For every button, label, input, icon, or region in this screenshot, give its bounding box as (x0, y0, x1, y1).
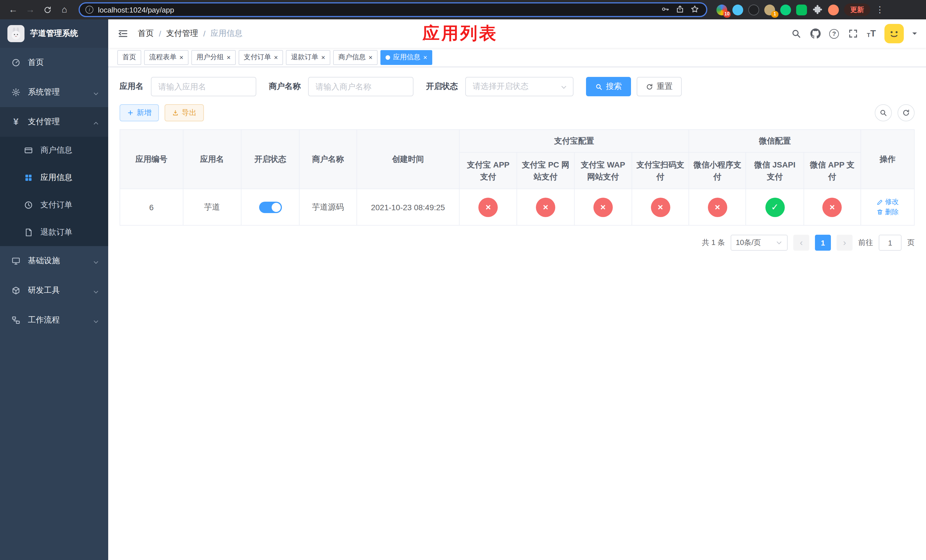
site-info-icon[interactable]: i (85, 6, 94, 14)
address-bar[interactable]: i localhost:1024/pay/app (79, 2, 707, 17)
close-icon[interactable]: × (423, 54, 427, 61)
goto-page-input[interactable] (879, 235, 902, 251)
prev-page-button[interactable]: ‹ (793, 235, 809, 251)
pay-order-icon (24, 201, 33, 210)
bookmark-star-icon[interactable] (690, 5, 701, 15)
add-button[interactable]: 新增 (120, 104, 159, 121)
sidebar-toggle-icon[interactable] (117, 28, 129, 39)
back-button[interactable]: ← (6, 2, 21, 17)
browser-menu-icon[interactable]: ⋮ (875, 5, 884, 15)
share-icon[interactable] (675, 5, 686, 15)
extension-dark-circle-icon[interactable] (748, 4, 759, 15)
tab-home[interactable]: 首页 (117, 50, 141, 65)
export-button[interactable]: 导出 (165, 104, 204, 121)
sidebar-item-merchant-info[interactable]: 商户信息 (0, 137, 108, 164)
tab-merchant-info[interactable]: 商户信息 × (333, 50, 378, 65)
browser-window: ← → ⌂ i localhost:1024/pay/app 10 (0, 0, 926, 560)
close-icon[interactable]: × (368, 54, 372, 61)
search-button-label: 搜索 (606, 82, 622, 92)
refresh-table-icon-button[interactable] (897, 104, 915, 121)
cell-alipay-app: × (459, 189, 517, 225)
next-page-button[interactable]: › (837, 235, 853, 251)
sidebar-item-devtools[interactable]: 研发工具 (0, 276, 108, 305)
tab-label: 用户分组 (197, 52, 224, 62)
extension-profile-icon[interactable]: 1 (764, 4, 775, 15)
close-icon[interactable]: × (321, 54, 325, 61)
sidebar: 芋道管理系统 首页 系统管理 ¥ 支付管理 (0, 20, 108, 560)
extension-colorful-icon[interactable]: 10 (716, 4, 727, 15)
extension-blue-drop-icon[interactable] (732, 4, 743, 15)
cell-merchant: 芋道源码 (300, 189, 357, 225)
sidebar-item-payment[interactable]: ¥ 支付管理 (0, 107, 108, 137)
navbar-actions: ? TT (790, 24, 917, 43)
reload-button[interactable] (40, 2, 54, 17)
fullscreen-icon[interactable] (847, 28, 858, 39)
delete-link[interactable]: 删除 (876, 207, 899, 217)
avatar-caret-icon[interactable] (912, 32, 917, 37)
sidebar-item-infra[interactable]: 基础设施 (0, 246, 108, 276)
forward-button[interactable]: → (23, 2, 38, 17)
tab-user-group[interactable]: 用户分组 × (191, 50, 236, 65)
wx-app-status-icon: × (823, 197, 842, 217)
home-button[interactable]: ⌂ (57, 2, 72, 17)
browser-toolbar: ← → ⌂ i localhost:1024/pay/app 10 (0, 0, 926, 20)
alipay-app-status-icon: × (479, 197, 498, 217)
search-button[interactable]: 搜索 (586, 77, 631, 96)
close-icon[interactable]: × (274, 54, 278, 61)
extension-green-chat-icon[interactable] (796, 4, 807, 15)
password-key-icon[interactable] (661, 5, 671, 15)
breadcrumb-payment[interactable]: 支付管理 (166, 29, 198, 39)
yen-icon: ¥ (11, 117, 21, 127)
merchant-name-input[interactable] (308, 77, 413, 96)
payment-submenu: 商户信息 应用信息 支付订单 退款订单 (0, 137, 108, 246)
reset-button[interactable]: 重置 (637, 77, 682, 96)
search-form: 应用名 商户名称 开启状态 请选择开启状态 (120, 77, 915, 96)
status-select[interactable]: 请选择开启状态 (465, 77, 573, 96)
cell-app-name: 芋道 (183, 189, 241, 225)
user-avatar[interactable] (884, 24, 904, 43)
active-dot (386, 55, 390, 59)
chevron-up-icon (93, 119, 99, 125)
column-header-wx-app: 微信 APP 支付 (803, 152, 861, 189)
toggle-search-icon-button[interactable] (875, 104, 892, 121)
close-icon[interactable]: × (227, 54, 231, 61)
browser-profile-avatar[interactable] (828, 4, 839, 15)
tab-process-form[interactable]: 流程表单 × (144, 50, 189, 65)
search-icon[interactable] (790, 28, 801, 39)
table-toolbar: 新增 导出 (120, 104, 915, 121)
sidebar-item-refund-order[interactable]: 退款订单 (0, 219, 108, 246)
group-header-alipay: 支付宝配置 (459, 130, 689, 152)
cell-create-time: 2021-10-23 08:49:25 (357, 189, 459, 225)
app-name-input[interactable] (151, 77, 256, 96)
current-page-button[interactable]: 1 (815, 235, 831, 251)
sidebar-item-app-info[interactable]: 应用信息 (0, 164, 108, 191)
page-size-value: 10条/页 (736, 238, 761, 248)
page-size-select[interactable]: 10条/页 (731, 235, 788, 251)
tab-refund-order[interactable]: 退款订单 × (286, 50, 330, 65)
column-header-wx-mini: 微信小程序支付 (689, 152, 746, 189)
table-mini-actions (875, 104, 915, 121)
merchant-name-label: 商户名称 (269, 82, 301, 92)
breadcrumb-home[interactable]: 首页 (138, 29, 154, 39)
export-button-label: 导出 (182, 107, 197, 118)
chevron-down-icon (560, 83, 567, 90)
sidebar-item-system[interactable]: 系统管理 (0, 77, 108, 107)
cell-alipay-pc: × (517, 189, 574, 225)
font-size-icon[interactable]: TT (867, 29, 876, 38)
breadcrumb-separator: / (203, 29, 206, 38)
edit-link[interactable]: 修改 (876, 197, 899, 207)
help-icon[interactable]: ? (829, 29, 839, 38)
tab-pay-order[interactable]: 支付订单 × (239, 50, 283, 65)
sidebar-item-workflow[interactable]: 工作流程 (0, 305, 108, 335)
extensions-puzzle-icon[interactable] (812, 4, 823, 15)
chrome-update-button[interactable]: 更新 (844, 3, 870, 16)
sidebar-item-label: 系统管理 (28, 87, 60, 97)
github-icon[interactable] (810, 28, 821, 39)
status-toggle[interactable] (259, 201, 281, 213)
sidebar-item-home[interactable]: 首页 (0, 48, 108, 77)
sidebar-item-pay-order[interactable]: 支付订单 (0, 191, 108, 219)
close-icon[interactable]: × (179, 54, 183, 61)
extension-green-circle-icon[interactable] (780, 4, 791, 15)
tab-app-info[interactable]: 应用信息 × (380, 50, 432, 65)
workflow-icon (11, 316, 21, 325)
